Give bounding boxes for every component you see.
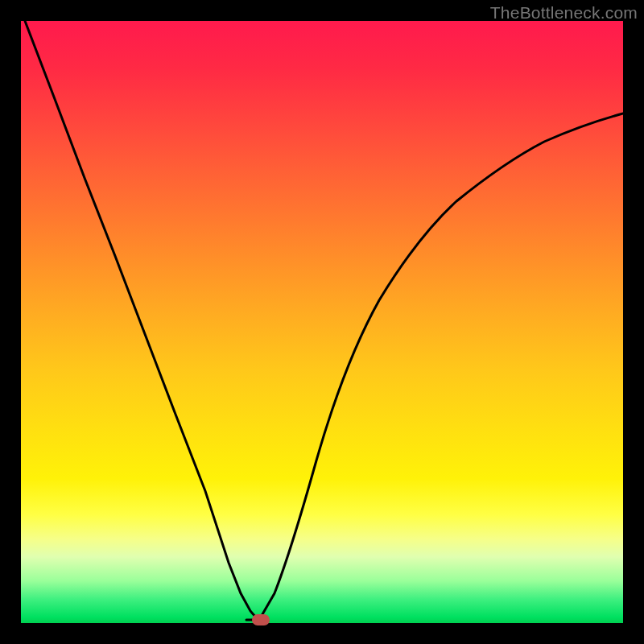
bottleneck-curve [21,21,623,623]
minimum-marker [252,614,270,625]
watermark-text: TheBottleneck.com [490,3,638,23]
chart-frame [21,21,623,623]
curve-right-branch [259,114,623,620]
curve-left-branch [25,21,259,620]
